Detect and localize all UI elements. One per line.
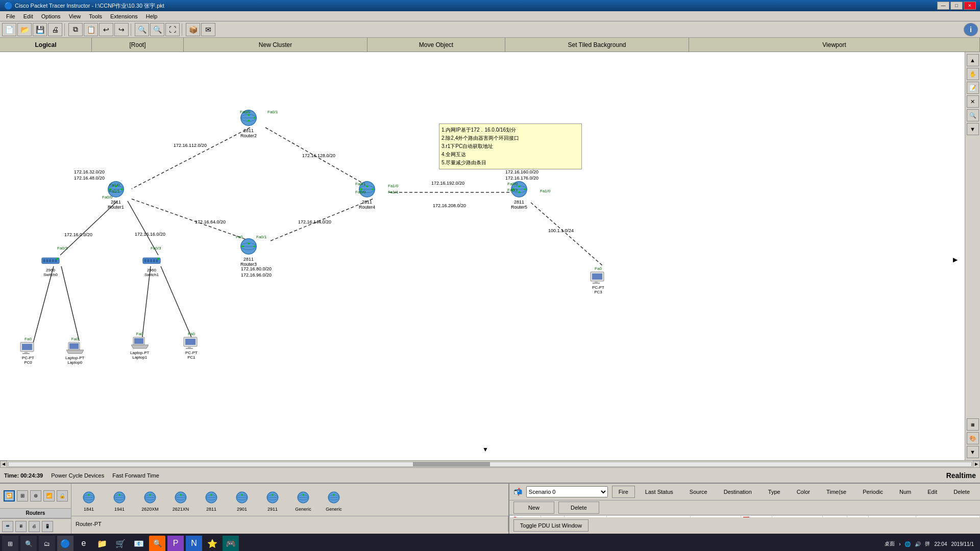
undo-button[interactable]: ↩ xyxy=(99,23,113,36)
scroll-track-h[interactable] xyxy=(8,462,972,467)
taskbar-app-store[interactable]: 🛒 xyxy=(112,536,129,551)
net-label-192: 172.16.192.0/20 xyxy=(431,181,464,186)
taskbar-app-n[interactable]: N xyxy=(186,536,202,551)
zoom-fit-button[interactable]: ⛶ xyxy=(165,23,180,36)
custom-device-button[interactable]: 📦 xyxy=(186,23,200,36)
scroll-thumb-h[interactable] xyxy=(413,462,490,466)
redo-button[interactable]: ↪ xyxy=(114,23,129,36)
power-cycle-btn[interactable]: Power Cycle Devices xyxy=(51,472,104,479)
network-icon[interactable]: 🌐 xyxy=(904,541,911,547)
pc-pc1[interactable]: Fa0 PC-PT PC1 xyxy=(183,332,200,360)
toggle-pdu-list-button[interactable]: Toggle PDU List Window xyxy=(513,519,589,532)
cat2-printer[interactable]: 🖨 xyxy=(29,521,40,532)
device-item-2901-5[interactable]: 2901 xyxy=(229,488,255,512)
cat-routers[interactable]: 🔁 xyxy=(4,490,15,502)
taskbar-app-explorer[interactable]: 📁 xyxy=(94,536,110,551)
cat-wireless[interactable]: 📶 xyxy=(43,490,55,502)
scroll-down-btn[interactable]: ▼ xyxy=(482,446,488,453)
scroll-down-side-btn[interactable]: ▼ xyxy=(967,446,979,458)
device-item-generic2-8[interactable]: Generic xyxy=(321,488,347,512)
help-button[interactable]: i xyxy=(964,23,978,36)
scroll-right-btn[interactable]: ▶ xyxy=(953,256,958,263)
device-item-2621xn-3[interactable]: 2621XN xyxy=(167,488,194,512)
cat2-server[interactable]: 🖥 xyxy=(15,521,27,532)
laptop-laptop0[interactable]: Fa0 Laptop-PT Laptop0 xyxy=(65,337,84,365)
hand-tool-btn[interactable]: ✋ xyxy=(967,68,979,80)
menu-item-view[interactable]: View xyxy=(65,12,85,20)
device-item-1841-0[interactable]: 1841 xyxy=(76,488,102,512)
maximize-button[interactable]: □ xyxy=(950,2,963,10)
cat-security[interactable]: 🔒 xyxy=(57,490,68,502)
device-item-generic-7[interactable]: Generic xyxy=(290,488,316,512)
start-button[interactable]: ⊞ xyxy=(2,536,18,551)
taskbar-app-star[interactable]: ⭐ xyxy=(204,536,220,551)
taskbar-app-search2[interactable]: 🔍 xyxy=(149,536,165,551)
svg-rect-53 xyxy=(150,259,152,262)
taskbar-app-cisco[interactable]: 🔵 xyxy=(57,536,74,551)
fire-button[interactable]: Fire xyxy=(612,486,635,498)
menu-item-edit[interactable]: Edit xyxy=(19,12,37,20)
zoom-inspect-btn[interactable]: 🔍 xyxy=(967,109,979,121)
palette-btn[interactable]: 🎨 xyxy=(967,432,979,444)
delete-pdu-button[interactable]: Delete xyxy=(558,502,599,514)
print-button[interactable]: 🖨 xyxy=(48,23,62,36)
task-view-button[interactable]: 🗂 xyxy=(39,536,55,551)
scroll-left-arrow[interactable]: ◀ xyxy=(0,461,7,468)
scenario-select[interactable]: Scenario 0 xyxy=(526,486,608,497)
device-item-1941-1[interactable]: 1941 xyxy=(106,488,133,512)
switch-sw1[interactable]: 2960 Switch0 xyxy=(41,254,60,277)
pdu-button[interactable]: ✉ xyxy=(201,23,215,36)
taskbar-app-p[interactable]: P xyxy=(167,536,184,551)
nav-logical[interactable]: Logical xyxy=(0,38,92,52)
copy-button[interactable]: ⧉ xyxy=(68,23,83,36)
menu-item-extensions[interactable]: Extensions xyxy=(106,12,142,20)
nav-move-object[interactable]: Move Object xyxy=(368,38,505,52)
menu-item-options[interactable]: Options xyxy=(37,12,65,20)
device-item-2811-4[interactable]: 2811 xyxy=(198,488,225,512)
device-item-2911-6[interactable]: 2911 xyxy=(259,488,286,512)
network-canvas[interactable]: 1.内网IP基于172．16.0.0/16划分 2.除2,4外个路由器害两个环回… xyxy=(0,52,965,460)
nav-root[interactable]: [Root] xyxy=(92,38,184,52)
delete-tool-btn[interactable]: ✕ xyxy=(967,95,979,108)
pc-pc0[interactable]: Fa0 PC-PT PC0 xyxy=(19,337,37,365)
device-item-2620xm-2[interactable]: 2620XM xyxy=(137,488,163,512)
input-method[interactable]: 拼 xyxy=(925,540,930,547)
notes-btn[interactable]: 📝 xyxy=(967,82,979,94)
pc-pc3[interactable]: Fa0 PC-PT PC3 xyxy=(590,266,607,294)
port-laptop0-fa0: Fa0 xyxy=(71,337,79,341)
taskbar-app-mail[interactable]: 📧 xyxy=(131,536,147,551)
cat-hubs[interactable]: ⊛ xyxy=(30,490,41,502)
open-file-button[interactable]: 📂 xyxy=(17,23,32,36)
grid-btn[interactable]: ▦ xyxy=(967,418,979,431)
save-file-button[interactable]: 💾 xyxy=(33,23,47,36)
menu-item-file[interactable]: File xyxy=(2,12,19,20)
zoom-in-button[interactable]: 🔍 xyxy=(135,23,149,36)
zoom-out-button[interactable]: 🔍 xyxy=(150,23,164,36)
nav-new-cluster[interactable]: New Cluster xyxy=(184,38,368,52)
menu-item-help[interactable]: Help xyxy=(142,12,162,20)
cat-switches[interactable]: ⊞ xyxy=(17,490,28,502)
scroll-up-btn[interactable]: ▲ xyxy=(967,54,979,66)
new-pdu-button[interactable]: New xyxy=(513,502,554,514)
laptop-laptop1[interactable]: Fa0 Laptop-PT Laptop1 xyxy=(130,332,149,360)
search-button[interactable]: 🔍 xyxy=(20,536,37,551)
taskbar-app-edge[interactable]: e xyxy=(76,536,92,551)
nav-set-background[interactable]: Set Tiled Background xyxy=(505,38,689,52)
fast-forward-btn[interactable]: Fast Forward Time xyxy=(112,472,159,479)
router-r3[interactable]: 2811 Router3 xyxy=(239,237,258,267)
new-file-button[interactable]: 📄 xyxy=(2,23,16,36)
close-button[interactable]: ✕ xyxy=(964,2,976,10)
down-arrow-btn[interactable]: ▼ xyxy=(967,123,979,135)
cat2-pc[interactable]: 💻 xyxy=(2,521,13,532)
nav-viewport[interactable]: Viewport xyxy=(689,38,980,52)
switch-sw2[interactable]: 2960 Switch1 xyxy=(142,254,161,277)
cat2-phone[interactable]: 📱 xyxy=(42,521,53,532)
chevron-icon[interactable]: › xyxy=(899,541,900,547)
minimize-button[interactable]: — xyxy=(937,2,949,10)
volume-icon[interactable]: 🔊 xyxy=(915,541,921,547)
menu-item-tools[interactable]: Tools xyxy=(85,12,106,20)
desktop-label[interactable]: 桌面 xyxy=(885,540,895,547)
taskbar-app-game[interactable]: 🎮 xyxy=(223,536,239,551)
scroll-right-arrow[interactable]: ▶ xyxy=(973,461,980,468)
paste-button[interactable]: 📋 xyxy=(84,23,98,36)
